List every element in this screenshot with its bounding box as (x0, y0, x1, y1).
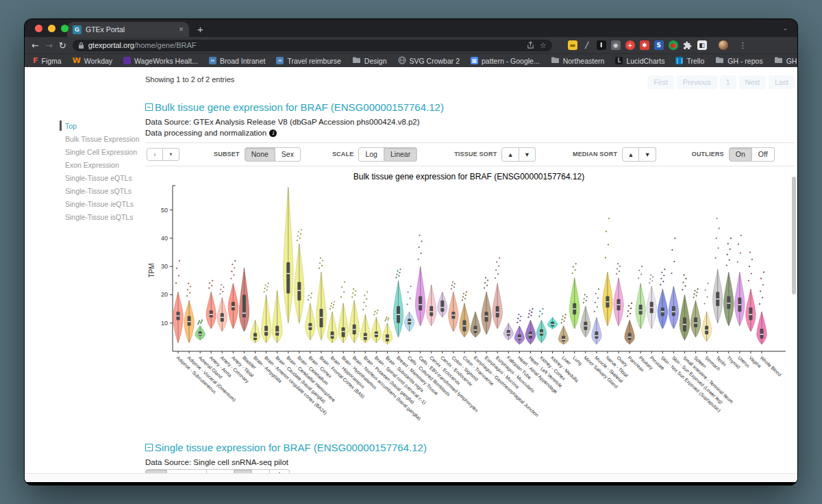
url-text: gtexportal.org/home/gene/BRAF (88, 41, 523, 49)
chart-title: Bulk tissue gene expression for BRAF (EN… (145, 172, 793, 181)
bookmark-item[interactable]: GH - projects (774, 56, 797, 65)
median-sort-desc-button[interactable]: ▾ (639, 147, 656, 162)
vertical-scrollbar[interactable] (792, 177, 796, 294)
ext-red-grid-icon[interactable]: ✱ (640, 40, 649, 50)
page-content: TopBulk Tissue ExpressionSingle Cell Exp… (25, 67, 797, 482)
bookmark-star-icon[interactable]: ☆ (540, 41, 547, 50)
violin[interactable]: Lung (570, 263, 584, 366)
bookmark-item[interactable]: SVG Crowbar 2 (398, 56, 460, 66)
site-favicon: W (73, 56, 81, 65)
profile-avatar[interactable] (719, 40, 728, 50)
window-minimize-button[interactable] (48, 25, 55, 32)
ext-notes-icon[interactable]: ▬ (568, 40, 577, 50)
extensions-puzzle-icon[interactable] (683, 40, 693, 50)
pagination-first[interactable]: First (647, 75, 673, 89)
bookmark-label: WageWorks Healt... (134, 57, 198, 65)
browser-tab[interactable]: G GTEx Portal × (67, 22, 189, 37)
url-bar[interactable]: gtexportal.org/home/gene/BRAF ☆ (73, 40, 552, 51)
info-icon[interactable]: i (269, 129, 277, 137)
violin[interactable]: Ovary (614, 263, 629, 368)
bookmark-item[interactable]: Northeastern (551, 56, 605, 65)
main-content: Showing 1 to 2 of 2 entries FirstPreviou… (145, 67, 795, 482)
sidebar-item-single-tissue-isqtls[interactable]: Single-Tissue isQTLs (61, 213, 143, 221)
bookmark-item[interactable]: FFigma (33, 56, 62, 65)
tab-strip: G GTEx Portal × + ⌄ (25, 19, 797, 37)
bookmark-item[interactable]: WageWorks Healt... (123, 57, 198, 65)
pagination: FirstPrevious1NextLast (647, 75, 795, 89)
ext-recorder-icon[interactable]: ● (669, 40, 678, 50)
pagination-1[interactable]: 1 (720, 75, 736, 89)
menu-kebab-icon[interactable]: ⋮ (739, 41, 747, 50)
window-zoom-button[interactable] (61, 25, 68, 32)
bookmark-item[interactable]: ❘❘Trello (675, 57, 704, 65)
outliers-label: OUTLIERS (692, 151, 724, 158)
ext-blue-s-icon[interactable]: S (654, 40, 664, 50)
back-button[interactable]: ← (32, 41, 39, 50)
lock-icon (78, 42, 84, 49)
sidebar-item-bulk-tissue-expression[interactable]: Bulk Tissue Expression (61, 135, 143, 143)
site-favicon (123, 57, 131, 64)
ext-reader-icon[interactable]: I (597, 40, 606, 50)
median-sort-asc-button[interactable]: ▴ (622, 147, 639, 162)
tab-search-chevron-icon[interactable]: ⌄ (782, 25, 788, 32)
site-favicon: ≡ (209, 57, 216, 64)
sidebar-item-single-tissue-sqtls[interactable]: Single-Tissue sQTLs (61, 187, 143, 195)
filter-button[interactable] (163, 148, 179, 161)
pagination-next[interactable]: Next (739, 75, 767, 89)
subset-none-button[interactable]: None (245, 147, 275, 162)
bookmark-item[interactable]: LLucidCharts (615, 57, 664, 65)
bookmark-label: LucidCharts (626, 57, 664, 65)
folder-icon (352, 56, 361, 65)
bookmark-item[interactable]: GH - repos (715, 56, 762, 65)
download-button[interactable] (147, 148, 163, 161)
bookmark-label: SVG Crowbar 2 (410, 57, 460, 65)
sidebar-item-single-tissue-eqtls[interactable]: Single-Tissue eQTLs (61, 174, 143, 182)
scale-linear-button[interactable]: Linear (384, 147, 417, 162)
bookmark-item[interactable]: ≡Broad Intranet (209, 57, 266, 65)
violin[interactable]: Whole Blood (757, 271, 782, 377)
violin-plot[interactable]: 1020304050TPMAdipose - SubcutaneousAdipo… (145, 181, 793, 436)
horizontal-scrollbar[interactable] (25, 473, 797, 482)
tissue-sort-desc-button[interactable]: ▾ (519, 147, 536, 162)
bookmark-item[interactable]: Design (352, 56, 387, 65)
window-close-button[interactable] (35, 25, 42, 32)
violin[interactable]: Liver (558, 314, 572, 366)
pagination-last[interactable]: Last (769, 75, 795, 89)
sidebar-item-single-tissue-ieqtls[interactable]: Single-Tissue ieQTLs (61, 200, 143, 208)
pagination-previous[interactable]: Previous (677, 75, 717, 89)
tab-close-icon[interactable]: × (179, 25, 184, 34)
ext-camera-icon[interactable]: ◉ (611, 40, 621, 50)
subset-label: SUBSET (214, 151, 240, 158)
share-icon[interactable] (527, 41, 534, 49)
new-tab-button[interactable]: + (197, 23, 203, 37)
reload-button[interactable]: ↻ (59, 41, 66, 50)
entries-summary: Showing 1 to 2 of 2 entries (145, 75, 234, 84)
ext-pen-icon[interactable]: ╱ (582, 40, 592, 50)
bookmark-item[interactable]: ≡Travel reimburse (276, 57, 340, 65)
ext-contrast-icon[interactable]: ◧ (697, 40, 707, 50)
bookmark-label: Travel reimburse (287, 57, 340, 65)
collapse-icon[interactable] (145, 103, 153, 111)
subset-sex-button[interactable]: Sex (275, 147, 301, 162)
bookmark-label: Design (364, 57, 387, 65)
tissue-sort-asc-button[interactable]: ▴ (501, 147, 519, 162)
window-controls (35, 25, 68, 32)
bookmark-label: Workday (84, 57, 112, 65)
violin[interactable]: Bladder (239, 268, 257, 370)
outliers-off-button[interactable]: Off (752, 147, 775, 162)
processing-note: Data processing and normalization i (145, 129, 795, 137)
single-data-source: Data Source: Single cell snRNA-seq pilot (145, 458, 795, 466)
collapse-icon[interactable] (145, 444, 153, 451)
sidebar-item-top[interactable]: Top (61, 122, 143, 130)
ext-red-plus-icon[interactable]: + (625, 40, 635, 50)
violin[interactable]: Cells - EBV-transformed lymphocytes (415, 234, 479, 413)
scale-log-button[interactable]: Log (358, 147, 384, 162)
sidebar-item-single-cell-expression[interactable]: Single Cell Expression (61, 148, 143, 156)
outliers-on-button[interactable]: On (729, 147, 752, 162)
bookmark-item[interactable]: ▦pattern - Google... (471, 57, 540, 65)
single-section-heading: Single tissue expression for BRAF (ENSG0… (145, 442, 795, 453)
sidebar-item-exon-expression[interactable]: Exon Expression (61, 161, 143, 169)
bookmark-item[interactable]: WWorkday (73, 56, 112, 65)
extensions-row: ▬╱I◉+✱S●◧ (568, 40, 707, 50)
svg-text:TPM: TPM (148, 263, 155, 277)
